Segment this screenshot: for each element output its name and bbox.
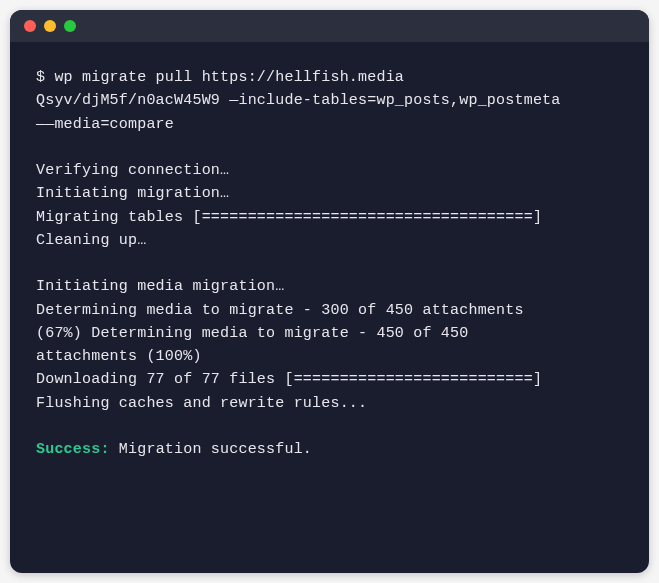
command-text-1: wp migrate pull https://hellfish.media (54, 69, 404, 86)
result-line: Success: Migration successful. (36, 438, 623, 461)
command-line-2: Qsyv/djM5f/n0acW45W9 —include-tables=wp_… (36, 89, 623, 112)
success-label: Success: (36, 441, 110, 458)
output-cleaning: Cleaning up… (36, 229, 623, 252)
output-media-progress-2: (67%) Determining media to migrate - 450… (36, 322, 623, 345)
blank-line (36, 415, 623, 438)
minimize-icon[interactable] (44, 20, 56, 32)
success-message: Migration successful. (110, 441, 312, 458)
blank-line (36, 136, 623, 159)
output-migrating-tables: Migrating tables [======================… (36, 206, 623, 229)
title-bar (10, 10, 649, 42)
output-downloading: Downloading 77 of 77 files [============… (36, 368, 623, 391)
command-line-1: $ wp migrate pull https://hellfish.media (36, 66, 623, 89)
blank-line (36, 252, 623, 275)
output-media-init: Initiating media migration… (36, 275, 623, 298)
output-media-progress-3: attachments (100%) (36, 345, 623, 368)
command-line-3: ——media=compare (36, 113, 623, 136)
prompt: $ (36, 69, 54, 86)
maximize-icon[interactable] (64, 20, 76, 32)
output-initiating: Initiating migration… (36, 182, 623, 205)
terminal-body: $ wp migrate pull https://hellfish.media… (10, 42, 649, 485)
output-verifying: Verifying connection… (36, 159, 623, 182)
terminal-window: $ wp migrate pull https://hellfish.media… (10, 10, 649, 573)
close-icon[interactable] (24, 20, 36, 32)
output-media-progress-1: Determining media to migrate - 300 of 45… (36, 299, 623, 322)
output-flushing: Flushing caches and rewrite rules... (36, 392, 623, 415)
